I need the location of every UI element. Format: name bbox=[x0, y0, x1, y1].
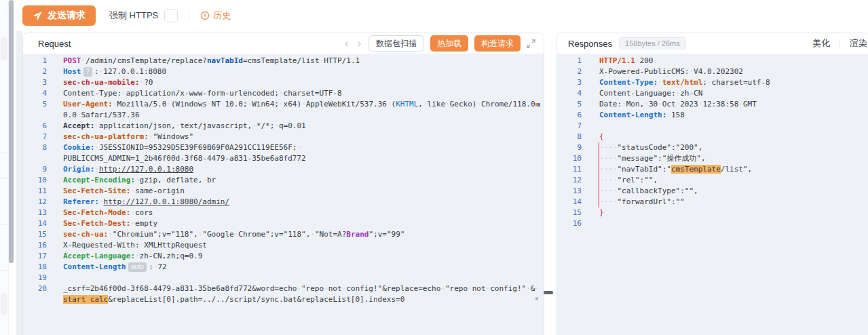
line-content[interactable]: sec-ch-ua-mobile:·?0 bbox=[63, 77, 544, 88]
send-request-button[interactable]: 发送请求 bbox=[22, 5, 96, 26]
line-content[interactable]: Referer:·http://127.0.0.1:8080/admin/ bbox=[63, 197, 544, 208]
line-number[interactable]: 4 bbox=[557, 88, 599, 99]
line-content[interactable]: Content-Length:·158 bbox=[599, 110, 868, 121]
line-number[interactable]: 6 bbox=[23, 121, 63, 132]
line-number[interactable]: 1 bbox=[23, 56, 63, 66]
line-number[interactable]: 19 bbox=[23, 273, 63, 283]
line-content[interactable]: Accept:·application/json,·text/javascrip… bbox=[63, 121, 544, 132]
line-number[interactable]: 7 bbox=[557, 121, 599, 132]
line-number[interactable]: 4 bbox=[23, 88, 63, 99]
line-content[interactable]: ····"navTabId":"cmsTemplate/list", bbox=[599, 164, 868, 175]
line-content[interactable]: Origin:·http://127.0.0.1:8080 bbox=[63, 164, 544, 175]
line-number[interactable]: 8 bbox=[23, 142, 63, 164]
code-line[interactable]: 12····"rel":"", bbox=[557, 175, 868, 186]
code-line[interactable]: 2X-Powered-PublicCMS:·V4.0.202302 bbox=[557, 66, 868, 77]
line-number[interactable]: 9 bbox=[23, 164, 63, 175]
line-content[interactable]: } bbox=[599, 208, 868, 218]
line-number[interactable]: 5 bbox=[23, 99, 63, 121]
code-line[interactable]: 16X-Requested-With:·XMLHttpRequest bbox=[23, 240, 544, 251]
code-line[interactable]: 4Content-Language:·zh-CN bbox=[557, 88, 868, 99]
code-line[interactable]: 15sec-ch-ua:·"Chromium";v="118",·"Google… bbox=[23, 229, 544, 240]
build-request-button[interactable]: 构造请求 bbox=[474, 35, 521, 52]
history-button[interactable]: 历史 bbox=[200, 9, 231, 22]
line-number[interactable]: 17 bbox=[23, 251, 63, 262]
line-content[interactable] bbox=[599, 218, 868, 229]
code-line[interactable]: 6Content-Length:·158 bbox=[557, 110, 868, 121]
code-line[interactable]: 14····"forwardUrl":"" bbox=[557, 197, 868, 208]
line-content[interactable]: Cookie:·JSESSIONID=95329D5E39F69B69F0A29… bbox=[63, 142, 544, 164]
code-line[interactable]: 8{ bbox=[557, 132, 868, 142]
code-line[interactable]: 3sec-ch-ua-mobile:·?0 bbox=[23, 77, 544, 88]
code-line[interactable]: 15} bbox=[557, 208, 868, 218]
line-content[interactable]: X-Requested-With:·XMLHttpRequest bbox=[63, 240, 544, 251]
panel-splitter-handle[interactable] bbox=[544, 291, 553, 294]
line-content[interactable]: Content-Lengthauto:·72 bbox=[63, 262, 544, 273]
code-line[interactable]: 18Content-Lengthauto:·72 bbox=[23, 262, 544, 273]
code-line[interactable]: 8Cookie:·JSESSIONID=95329D5E39F69B69F0A2… bbox=[23, 142, 544, 164]
code-line[interactable]: 20_csrf=2b46f00d-3f68-4479-a831-35be6a8f… bbox=[23, 283, 544, 305]
line-number[interactable]: 13 bbox=[23, 208, 63, 218]
line-content[interactable]: Date:·Mon,·30·Oct·2023·12:38:58·GMT bbox=[599, 99, 868, 110]
line-content[interactable]: Host?:·127.0.0.1:8080 bbox=[63, 66, 544, 77]
request-editor[interactable]: 1POST·/admin/cmsTemplate/replace?navTabI… bbox=[23, 54, 544, 335]
code-line[interactable]: 13Sec-Fetch-Mode:·cors bbox=[23, 208, 544, 218]
line-number[interactable]: 7 bbox=[23, 132, 63, 142]
line-number[interactable]: 2 bbox=[557, 66, 599, 77]
code-line[interactable]: 16 bbox=[557, 218, 868, 229]
code-line[interactable]: 10····"message":"操作成功", bbox=[557, 153, 868, 164]
fullscreen-icon[interactable] bbox=[527, 39, 535, 48]
code-line[interactable]: 10Accept-Encoding:·gzip,·deflate,·br bbox=[23, 175, 544, 186]
line-number[interactable]: 5 bbox=[557, 99, 599, 110]
render-button[interactable]: 渲染 bbox=[850, 37, 867, 50]
line-number[interactable]: 12 bbox=[23, 197, 63, 208]
code-line[interactable]: 19 bbox=[23, 273, 544, 283]
code-line[interactable]: 5Date:·Mon,·30·Oct·2023·12:38:58·GMT bbox=[557, 99, 868, 110]
line-content[interactable]: Sec-Fetch-Dest:·empty bbox=[63, 218, 544, 229]
line-number[interactable]: 10 bbox=[557, 153, 599, 164]
line-content[interactable]: HTTP/1.1·200 bbox=[599, 56, 868, 66]
line-content[interactable]: User-Agent:·Mozilla/5.0·(Windows·NT·10.0… bbox=[63, 99, 544, 121]
line-number[interactable]: 18 bbox=[23, 262, 63, 273]
line-content[interactable]: sec-ch-ua:·"Chromium";v="118",·"Google·C… bbox=[63, 229, 544, 240]
line-content[interactable]: Sec-Fetch-Mode:·cors bbox=[63, 208, 544, 218]
hot-reload-button[interactable]: 热加载 bbox=[430, 35, 468, 52]
line-content[interactable]: ····"rel":"", bbox=[599, 175, 868, 186]
line-number[interactable]: 1 bbox=[557, 56, 599, 66]
line-number[interactable]: 14 bbox=[557, 197, 599, 208]
line-number[interactable]: 3 bbox=[23, 77, 63, 88]
code-line[interactable]: 11Sec-Fetch-Site:·same-origin bbox=[23, 186, 544, 197]
line-number[interactable]: 14 bbox=[23, 218, 63, 229]
line-number[interactable]: 11 bbox=[557, 164, 599, 175]
response-editor[interactable]: 1HTTP/1.1·2002X-Powered-PublicCMS:·V4.0.… bbox=[557, 54, 868, 335]
code-line[interactable]: 1HTTP/1.1·200 bbox=[557, 56, 868, 66]
line-content[interactable]: Accept-Encoding:·gzip,·deflate,·br bbox=[63, 175, 544, 186]
line-content[interactable]: POST·/admin/cmsTemplate/replace?navTabId… bbox=[63, 56, 544, 66]
line-content[interactable]: ····"statusCode":"200", bbox=[599, 142, 868, 153]
code-line[interactable]: 9Origin:·http://127.0.0.1:8080 bbox=[23, 164, 544, 175]
code-line[interactable]: 2Host?:·127.0.0.1:8080 bbox=[23, 66, 544, 77]
code-line[interactable]: 12Referer:·http://127.0.0.1:8080/admin/ bbox=[23, 197, 544, 208]
line-number[interactable]: 16 bbox=[557, 218, 599, 229]
line-content[interactable]: Content-Type:·application/x-www-form-url… bbox=[63, 88, 544, 99]
code-line[interactable]: 4Content-Type:·application/x-www-form-ur… bbox=[23, 88, 544, 99]
code-line[interactable]: 5User-Agent:·Mozilla/5.0·(Windows·NT·10.… bbox=[23, 99, 544, 121]
line-content[interactable]: ····"forwardUrl":"" bbox=[599, 197, 868, 208]
line-number[interactable]: 13 bbox=[557, 186, 599, 197]
code-line[interactable]: 6Accept:·application/json,·text/javascri… bbox=[23, 121, 544, 132]
code-line[interactable]: 7 bbox=[557, 121, 868, 132]
line-number[interactable]: 16 bbox=[23, 240, 63, 251]
line-content[interactable] bbox=[599, 121, 868, 132]
code-line[interactable]: 14Sec-Fetch-Dest:·empty bbox=[23, 218, 544, 229]
line-content[interactable]: ····"message":"操作成功", bbox=[599, 153, 868, 164]
line-content[interactable]: Accept-Language:·zh-CN,zh;q=0.9 bbox=[63, 251, 544, 262]
code-line[interactable]: 9····"statusCode":"200", bbox=[557, 142, 868, 153]
line-number[interactable]: 3 bbox=[557, 77, 599, 88]
code-line[interactable]: 3Content-Type:·text/html;·charset=utf-8 bbox=[557, 77, 868, 88]
chevron-left-icon[interactable]: ‹ bbox=[343, 38, 350, 49]
sidebar-scrollbar[interactable] bbox=[9, 0, 14, 263]
line-content[interactable]: { bbox=[599, 132, 868, 142]
line-content[interactable]: sec-ch-ua-platform:·"Windows" bbox=[63, 132, 544, 142]
line-number[interactable]: 12 bbox=[557, 175, 599, 186]
chevron-right-icon[interactable]: › bbox=[356, 38, 362, 49]
line-number[interactable]: 8 bbox=[557, 132, 599, 142]
